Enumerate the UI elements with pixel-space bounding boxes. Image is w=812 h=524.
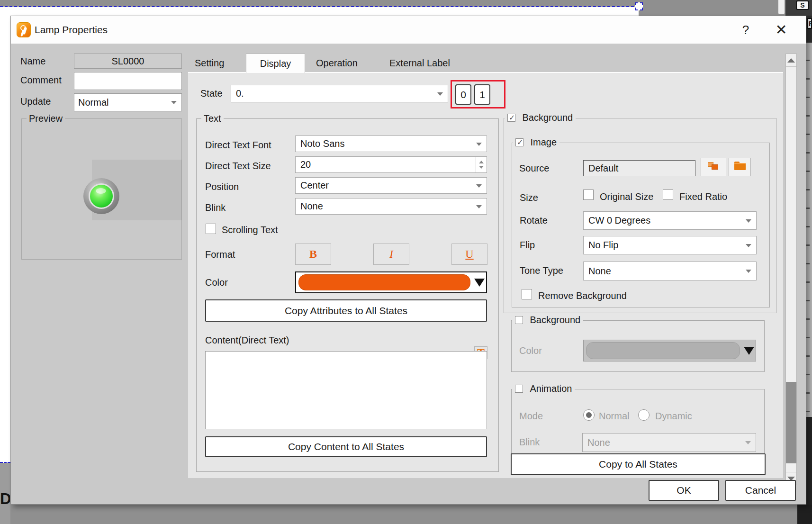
underline-button[interactable]: U [451, 244, 487, 265]
scrolling-text-checkbox[interactable] [206, 224, 216, 234]
vertical-scrollbar[interactable] [785, 54, 797, 485]
image-library-button[interactable] [701, 158, 726, 176]
spinner-buttons[interactable] [476, 157, 487, 172]
state-label: State [200, 88, 223, 99]
help-button[interactable]: ? [738, 22, 754, 38]
image-group-label: Image [530, 137, 557, 147]
source-field[interactable]: Default [583, 160, 695, 176]
size-label: Size [520, 192, 538, 203]
tab-operation[interactable]: Operation [316, 58, 358, 69]
animation-blink-label: Blink [519, 437, 540, 448]
direct-text-font-value: Noto Sans [300, 138, 344, 149]
bg-color-swatch [586, 342, 740, 359]
copy-to-all-states-button[interactable]: Copy to All States [511, 453, 766, 475]
bg-color-checkbox[interactable] [515, 316, 523, 324]
text-blink-label: Blink [205, 202, 226, 213]
scrolling-text-label: Scrolling Text [222, 225, 278, 235]
fixed-ratio-label: Fixed Ratio [679, 191, 727, 202]
direct-text-size-label: Direct Text Size [205, 161, 271, 172]
text-blink-value: None [300, 201, 323, 212]
tab-display[interactable]: Display [246, 54, 305, 73]
rotate-dropdown[interactable]: CW 0 Degrees [583, 211, 757, 230]
mode-label: Mode [519, 411, 543, 422]
background-bottom-strip-dark [797, 505, 812, 524]
lamp-preview [83, 178, 119, 214]
format-label: Format [205, 249, 235, 260]
position-value: Center [300, 180, 329, 191]
text-color-label: Color [205, 277, 228, 288]
source-value: Default [588, 163, 618, 174]
flip-dropdown[interactable]: No Flip [583, 236, 757, 254]
chevron-down-icon [746, 244, 751, 247]
name-label: Name [20, 56, 45, 67]
bg-color-picker[interactable] [583, 340, 756, 361]
selection-marquee-line [0, 6, 639, 7]
title-bar[interactable]: Lamp Properties ? ✕ [11, 16, 806, 44]
color-dropdown-icon [474, 279, 485, 287]
copy-attributes-button[interactable]: Copy Attributes to All States [205, 299, 487, 322]
lamp-green-light [89, 183, 114, 209]
state-dropdown[interactable]: 0. [231, 85, 448, 102]
text-color-picker[interactable] [295, 271, 487, 293]
image-checkbox[interactable] [515, 138, 523, 146]
rotate-label: Rotate [520, 215, 548, 226]
scrollbar-thumb[interactable] [786, 382, 796, 463]
bg-color-group-header: Background [512, 315, 583, 327]
ok-button[interactable]: OK [649, 480, 719, 501]
background-s-button: S [796, 0, 809, 10]
italic-button[interactable]: I [373, 244, 409, 265]
remove-background-checkbox[interactable] [522, 289, 532, 299]
app-icon [17, 22, 31, 37]
animation-checkbox[interactable] [515, 385, 523, 393]
direct-text-size-value: 20 [300, 159, 311, 170]
mode-normal-radio[interactable] [583, 409, 595, 421]
animation-blink-dropdown[interactable]: None [582, 433, 756, 452]
animation-group-label: Animation [530, 383, 572, 394]
ruler-ticks [806, 43, 810, 417]
name-field: SL0000 [74, 54, 182, 69]
flip-label: Flip [520, 240, 535, 251]
background-checkbox[interactable] [507, 114, 515, 122]
chevron-down-icon [437, 92, 443, 96]
text-blink-dropdown[interactable]: None [295, 198, 487, 215]
chevron-down-icon [171, 101, 177, 104]
position-dropdown[interactable]: Center [295, 177, 487, 194]
chevron-down-icon [746, 270, 751, 273]
tone-type-dropdown[interactable]: None [583, 262, 757, 280]
direct-text-font-dropdown[interactable]: Noto Sans [295, 136, 487, 152]
fixed-ratio-checkbox[interactable] [663, 190, 673, 200]
copy-content-button[interactable]: Copy Content to All States [205, 436, 487, 457]
close-button[interactable]: ✕ [772, 21, 791, 39]
mode-dynamic-radio[interactable] [638, 409, 650, 421]
bold-button[interactable]: B [295, 244, 331, 265]
content-textarea[interactable] [205, 351, 487, 429]
mode-normal-label: Normal [599, 411, 629, 422]
background-ruler [806, 43, 812, 417]
tab-external-label[interactable]: External Label [389, 58, 450, 69]
background-bottom-strip [10, 505, 797, 524]
animation-group-header: Animation [512, 383, 575, 396]
comment-input[interactable] [74, 72, 182, 90]
original-size-checkbox[interactable] [583, 190, 594, 200]
spin-down-icon [479, 166, 484, 169]
source-label: Source [519, 163, 549, 174]
update-label: Update [20, 96, 51, 107]
background-group-label: Background [522, 112, 573, 123]
chevron-down-icon [745, 441, 751, 444]
spin-up-icon [479, 161, 484, 163]
background-scrollbar-fragment [778, 0, 785, 14]
tab-setting[interactable]: Setting [195, 58, 224, 69]
open-folder-button[interactable] [729, 158, 751, 176]
selection-marquee-handle [635, 2, 643, 10]
direct-text-size-spinner[interactable]: 20 [295, 156, 487, 173]
rotate-value: CW 0 Degrees [588, 215, 650, 226]
chevron-down-icon [476, 205, 482, 208]
scroll-up-button[interactable] [786, 54, 796, 67]
text-color-swatch [298, 274, 470, 290]
position-label: Position [205, 181, 239, 192]
update-dropdown[interactable]: Normal [74, 93, 182, 111]
tone-type-label: Tone Type [520, 265, 563, 276]
cancel-button[interactable]: Cancel [725, 480, 796, 501]
flip-value: No Flip [588, 240, 618, 251]
bg-color-label: Color [519, 345, 542, 356]
